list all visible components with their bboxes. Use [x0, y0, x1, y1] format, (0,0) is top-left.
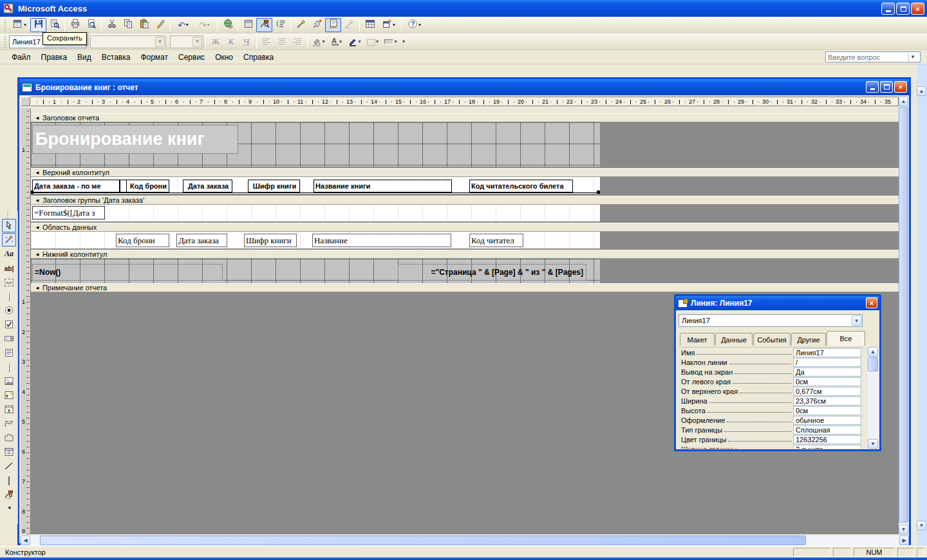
redo-button[interactable]: ↷▾: [194, 18, 215, 32]
report-minimize-button[interactable]: [866, 81, 879, 93]
font-name-combo[interactable]: ▼: [90, 35, 166, 48]
section-bar-report-footer[interactable]: ◄ Примечание отчета: [31, 283, 899, 292]
detail-section[interactable]: Код брони Дата заказа Шифр книги Названи…: [31, 232, 600, 248]
column-header-label[interactable]: Код брони: [126, 180, 169, 192]
selected-line-control[interactable]: [31, 192, 599, 193]
field-list-button[interactable]: [240, 18, 256, 32]
column-header-label[interactable]: Дата заказа - по ме: [32, 180, 120, 192]
detail-field[interactable]: Шифр книги: [244, 234, 297, 247]
properties-scrollbar[interactable]: ▲ ▼: [868, 347, 879, 449]
toolbar-grip[interactable]: [5, 19, 7, 31]
toolbar-options-chevron[interactable]: ▾: [402, 39, 405, 44]
section-bar-group-header[interactable]: ◄ Заголовок группы 'Дата заказа': [31, 196, 899, 205]
detail-field[interactable]: Код брони: [116, 234, 169, 247]
italic-button[interactable]: К: [223, 35, 239, 49]
font-size-combo[interactable]: ▼: [170, 35, 203, 48]
properties-object-combo[interactable]: Линия17 ▼: [679, 314, 863, 327]
column-header-label[interactable]: Название книги: [314, 180, 452, 192]
build-button[interactable]: [341, 18, 357, 32]
image-tool[interactable]: [2, 375, 16, 388]
checkbox-tool[interactable]: [2, 318, 16, 331]
more-controls-tool[interactable]: [2, 488, 16, 501]
property-value-input[interactable]: /: [793, 358, 861, 367]
label-tool[interactable]: Aa: [2, 247, 16, 261]
line-color-button[interactable]: ▾: [346, 35, 364, 49]
tab-layout[interactable]: Макет: [680, 333, 715, 346]
copy-button[interactable]: [120, 18, 136, 32]
line-tool[interactable]: [2, 460, 16, 473]
menu-item-4[interactable]: Вставка: [97, 51, 136, 64]
format-painter-button[interactable]: [152, 18, 168, 32]
align-center-button[interactable]: [274, 35, 290, 49]
detail-field[interactable]: Название: [312, 234, 451, 247]
menu-item-5[interactable]: Формат: [135, 51, 173, 64]
textbox-tool[interactable]: ab|: [2, 261, 16, 275]
properties-titlebar[interactable]: Линия: Линия17 ×: [676, 296, 879, 310]
special-effect-button[interactable]: ▾: [382, 35, 400, 49]
toolbox-button[interactable]: [256, 18, 272, 32]
bold-button[interactable]: Ж: [208, 35, 223, 49]
section-bar-page-header[interactable]: ◄ Верхний колонтитул: [31, 168, 899, 177]
selection-handle[interactable]: [31, 191, 33, 194]
scroll-up-button[interactable]: ▲: [868, 347, 878, 357]
property-value-input[interactable]: 12632256: [793, 435, 861, 444]
scroll-up-button[interactable]: ▲: [917, 86, 926, 96]
page-header-section[interactable]: Дата заказа - по ме Код брони Дата заказ…: [31, 177, 600, 194]
fill-color-button[interactable]: ▾: [310, 35, 328, 49]
section-bar-detail[interactable]: ◄ Область данных: [31, 223, 899, 232]
unbound-object-frame-tool[interactable]: [2, 389, 16, 402]
property-value-input[interactable]: Да: [793, 368, 861, 377]
scroll-up-button[interactable]: ▲: [899, 97, 908, 106]
page-footer-section[interactable]: =Now() ="Страница " & [Page] & " из " & …: [31, 259, 600, 283]
properties-scroll-thumb[interactable]: [868, 357, 878, 371]
print-preview-button[interactable]: [83, 18, 99, 32]
view-design-button[interactable]: ▾: [9, 18, 30, 32]
scroll-down-button[interactable]: ▼: [868, 439, 878, 449]
now-textbox[interactable]: =Now(): [32, 264, 223, 281]
minimize-button[interactable]: [881, 3, 895, 15]
save-button[interactable]: [30, 18, 46, 32]
listbox-tool[interactable]: [2, 346, 16, 360]
toolbox-collapse-arrow[interactable]: ◂: [2, 502, 16, 511]
property-value-input[interactable]: 2 пункта: [793, 445, 861, 449]
property-value-input[interactable]: 0,677см: [793, 387, 861, 396]
help-button[interactable]: ?▾: [404, 18, 425, 32]
vertical-scroll-thumb[interactable]: [899, 107, 908, 523]
toggle-button-tool[interactable]: [2, 290, 16, 303]
selection-handle[interactable]: [597, 191, 600, 194]
scroll-left-button[interactable]: ◀: [21, 536, 30, 545]
menu-item-6[interactable]: Сервис: [173, 51, 210, 64]
undo-button[interactable]: ↶▾: [173, 18, 194, 32]
report-vertical-scrollbar[interactable]: ▲ ▼: [899, 97, 909, 534]
tab-control-tool[interactable]: [2, 431, 16, 445]
align-left-button[interactable]: [259, 35, 274, 49]
group-header-section[interactable]: =Format$([Дата з: [31, 205, 600, 221]
properties-button[interactable]: [325, 18, 341, 32]
scroll-down-button[interactable]: ▼: [899, 525, 908, 534]
column-header-label[interactable]: Шифр книги: [248, 180, 300, 192]
property-value-input[interactable]: Линия17: [793, 348, 861, 357]
page-number-textbox[interactable]: ="Страница " & [Page] & " из " & [Pages]: [398, 264, 586, 281]
section-bar-report-header[interactable]: ◄ Заголовок отчета: [31, 113, 899, 122]
property-value-input[interactable]: 0см: [793, 377, 861, 386]
new-object-button[interactable]: ▾: [378, 18, 399, 32]
report-horizontal-scrollbar[interactable]: ◀ ▶: [21, 536, 909, 546]
report-maximize-button[interactable]: [880, 81, 893, 93]
underline-button[interactable]: Ч: [239, 35, 254, 49]
toolbar-grip[interactable]: [5, 36, 7, 48]
group-format-textbox[interactable]: =Format$([Дата з: [32, 206, 105, 219]
detail-field[interactable]: Дата заказа: [176, 234, 227, 247]
page-break-tool[interactable]: [2, 417, 16, 431]
select-objects-tool[interactable]: [2, 219, 16, 232]
column-header-label[interactable]: Дата заказа: [183, 180, 232, 192]
cut-button[interactable]: [104, 18, 120, 32]
report-close-button[interactable]: ×: [894, 81, 907, 93]
scroll-right-button[interactable]: ▶: [899, 536, 909, 545]
print-button[interactable]: [67, 18, 83, 32]
file-search-button[interactable]: [46, 18, 62, 32]
property-value-input[interactable]: 0см: [793, 406, 861, 415]
insert-hyperlink-button[interactable]: [220, 18, 236, 32]
align-right-button[interactable]: [290, 35, 305, 49]
bound-object-frame-tool[interactable]: [2, 403, 16, 416]
detail-field[interactable]: Код читател: [469, 234, 523, 247]
